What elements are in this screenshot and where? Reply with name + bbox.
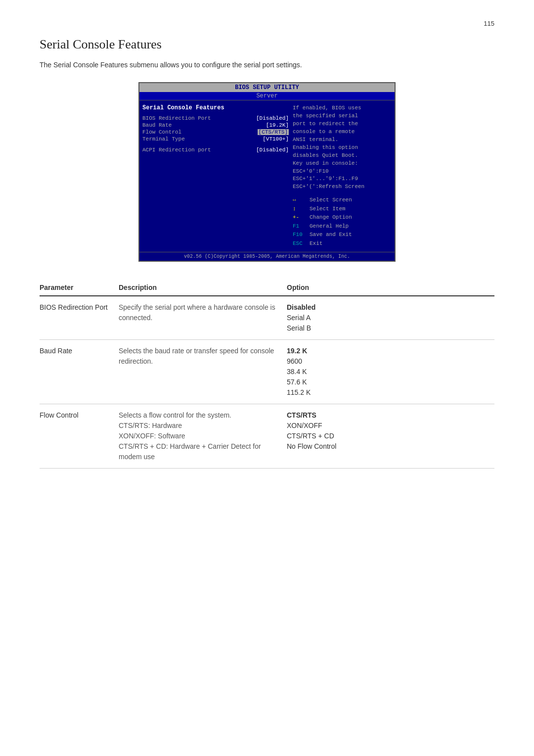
bios-title-bar: BIOS SETUP UTILITY <box>139 83 395 92</box>
bios-row-acpi: ACPI Redirection port [Disabled] <box>142 147 289 153</box>
option-19k: 19.2 K <box>287 346 489 356</box>
option-xon-xoff: XON/XOFF <box>287 421 489 431</box>
page-number: 115 <box>40 20 494 27</box>
bios-label-termtype: Terminal Type <box>142 136 185 142</box>
bios-subtitle-bar: Server <box>139 92 395 100</box>
bios-screen: BIOS SETUP UTILITY Server Serial Console… <box>138 82 396 262</box>
key-desc-changeoption: Change Option <box>310 213 352 222</box>
option-disabled: Disabled <box>287 302 489 313</box>
param-flow-control: Flow Control <box>40 404 119 469</box>
option-57k: 57.6 K <box>287 377 489 387</box>
bios-help-text: If enabled, BIOS uses the specified seri… <box>293 104 392 191</box>
options-flow-control: CTS/RTS XON/XOFF CTS/RTS + CD No Flow Co… <box>287 404 494 469</box>
bios-value-acpi: [Disabled] <box>256 147 289 153</box>
table-row-bios-redirection: BIOS Redirection Port Specify the serial… <box>40 296 494 340</box>
f10-key-icon: F10 <box>293 231 308 239</box>
col-header-option: Option <box>287 280 494 296</box>
bios-left-panel: Serial Console Features BIOS Redirection… <box>142 104 289 248</box>
bios-key-selectitem: ↕ Select Item <box>293 205 392 213</box>
option-serial-a: Serial A <box>287 313 489 323</box>
desc-baud-rate: Selects the baud rate or transfer speed … <box>119 340 287 404</box>
bios-value-baudrate: [19.2K] <box>266 122 289 128</box>
options-baud-rate: 19.2 K 9600 38.4 K 57.6 K 115.2 K <box>287 340 494 404</box>
bios-key-f1: F1 General Help <box>293 222 392 231</box>
bios-footer: v02.56 (C)Copyright 1985-2005, American … <box>139 252 395 261</box>
table-row-baud-rate: Baud Rate Selects the baud rate or trans… <box>40 340 494 404</box>
arrow-lr-icon: ↔ <box>293 196 308 204</box>
bios-right-panel: If enabled, BIOS uses the specified seri… <box>293 104 392 248</box>
options-bios-redirection: Disabled Serial A Serial B <box>287 296 494 340</box>
key-desc-esc: Exit <box>310 239 322 248</box>
f1-key-icon: F1 <box>293 222 308 231</box>
esc-key-icon: ESC <box>293 239 308 248</box>
option-cts-rts-cd: CTS/RTS + CD <box>287 431 489 441</box>
bios-section-header: Serial Console Features <box>142 104 289 111</box>
bios-value-redirection: [Disabled] <box>256 115 289 121</box>
bios-key-esc: ESC Exit <box>293 239 392 248</box>
bios-value-termtype: [VT100+] <box>263 136 289 142</box>
key-desc-selectitem: Select Item <box>310 205 346 213</box>
bios-label-flowcontrol: Flow Control <box>142 129 181 135</box>
table-row-flow-control: Flow Control Selects a flow control for … <box>40 404 494 469</box>
bios-row-flowcontrol: Flow Control [CTS/RTS] <box>142 129 289 135</box>
key-desc-f1: General Help <box>310 222 349 231</box>
bios-key-changeoption: +- Change Option <box>293 213 392 222</box>
col-header-desc: Description <box>119 280 287 296</box>
option-115k: 115.2 K <box>287 387 489 398</box>
param-table: Parameter Description Option BIOS Redire… <box>40 280 494 469</box>
arrow-ud-icon: ↕ <box>293 205 308 213</box>
option-no-flow: No Flow Control <box>287 441 489 452</box>
section-title: Serial Console Features <box>40 37 494 52</box>
desc-bios-redirection: Specify the serial port where a hardware… <box>119 296 287 340</box>
key-desc-selectscreen: Select Screen <box>310 196 352 204</box>
desc-flow-control: Selects a flow control for the system. C… <box>119 404 287 469</box>
bios-keys: ↔ Select Screen ↕ Select Item +- Change … <box>293 196 392 247</box>
option-serial-b: Serial B <box>287 323 489 333</box>
bios-label-acpi: ACPI Redirection port <box>142 147 211 153</box>
section-intro: The Serial Console Features submenu allo… <box>40 60 494 70</box>
param-bios-redirection: BIOS Redirection Port <box>40 296 119 340</box>
bios-row-redirection: BIOS Redirection Port [Disabled] <box>142 115 289 121</box>
bios-row-termtype: Terminal Type [VT100+] <box>142 136 289 142</box>
col-header-param: Parameter <box>40 280 119 296</box>
bios-label-baudrate: Baud Rate <box>142 122 172 128</box>
option-9600: 9600 <box>287 356 489 367</box>
plusminus-icon: +- <box>293 213 308 222</box>
bios-key-f10: F10 Save and Exit <box>293 231 392 239</box>
option-cts-rts: CTS/RTS <box>287 410 489 421</box>
bios-label-redirection: BIOS Redirection Port <box>142 115 211 121</box>
bios-value-flowcontrol: [CTS/RTS] <box>258 129 289 135</box>
option-38k: 38.4 K <box>287 367 489 377</box>
bios-row-baudrate: Baud Rate [19.2K] <box>142 122 289 128</box>
key-desc-f10: Save and Exit <box>310 231 352 239</box>
bios-key-selectscreen: ↔ Select Screen <box>293 196 392 204</box>
param-baud-rate: Baud Rate <box>40 340 119 404</box>
